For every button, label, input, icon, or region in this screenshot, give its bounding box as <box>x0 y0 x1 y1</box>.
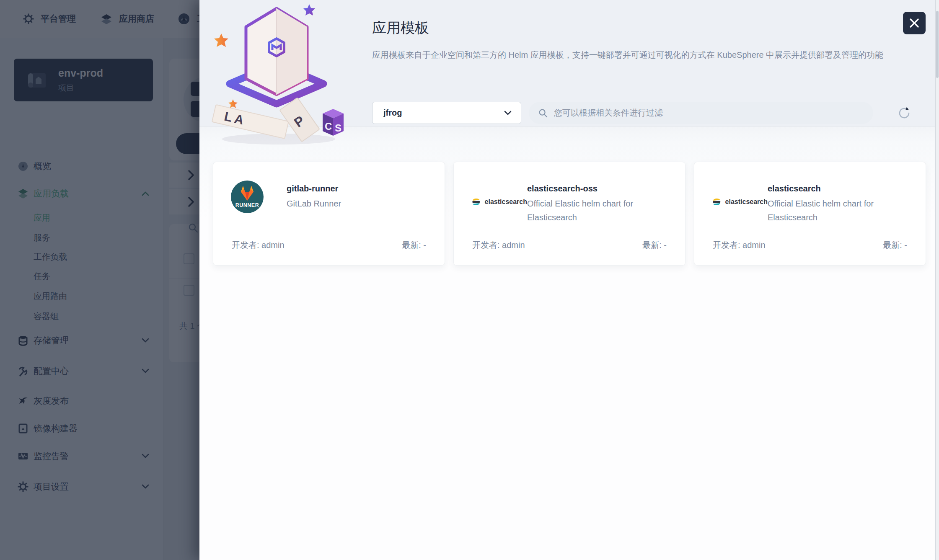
template-developer: 开发者: admin <box>472 240 525 251</box>
app-templates-modal: L A P C S 应用模板 应用模板来自于企业空间和第三方的 Helm 应用模… <box>199 0 939 560</box>
template-developer: 开发者: admin <box>713 240 766 251</box>
repo-select-value: jfrog <box>383 108 402 118</box>
template-description: Official Elastic helm chart for Elastics… <box>527 197 667 225</box>
refresh-icon <box>896 105 912 121</box>
gitlab-runner-logo: RUNNER <box>231 181 264 213</box>
gitlab-runner-logo-text: RUNNER <box>235 202 259 208</box>
template-cards: RUNNER gitlab-runner GitLab Runner 开发者: … <box>213 162 926 266</box>
chevron-down-icon <box>504 111 512 116</box>
cs-cube: C S <box>323 109 344 136</box>
template-card-gitlab-runner[interactable]: RUNNER gitlab-runner GitLab Runner 开发者: … <box>213 162 445 266</box>
template-card-elasticsearch-oss[interactable]: elasticsearch elasticsearch-oss Official… <box>453 162 685 266</box>
elasticsearch-logo-text: elasticsearch <box>725 198 768 206</box>
template-description: GitLab Runner <box>287 197 341 211</box>
close-icon <box>909 18 920 28</box>
refresh-button[interactable] <box>893 103 915 124</box>
template-search <box>529 102 873 124</box>
elasticsearch-logo <box>712 196 722 207</box>
template-latest: 最新: - <box>883 240 907 251</box>
search-input[interactable] <box>553 108 863 118</box>
template-developer: 开发者: admin <box>232 240 285 251</box>
repo-select[interactable]: jfrog <box>372 102 521 124</box>
elasticsearch-logo <box>471 196 481 207</box>
template-description: Official Elastic helm chart for Elastics… <box>768 197 908 225</box>
template-name: elasticsearch <box>768 184 908 194</box>
svg-text:C: C <box>325 121 332 132</box>
close-button[interactable] <box>903 12 926 34</box>
elasticsearch-logo-text: elasticsearch <box>485 198 527 206</box>
scrollbar-thumb[interactable] <box>936 11 939 78</box>
scrollbar[interactable] <box>935 0 939 560</box>
kubesphere-illustration: L A P C S <box>210 1 350 147</box>
template-name: elasticsearch-oss <box>527 184 667 194</box>
template-latest: 最新: - <box>402 240 426 251</box>
search-icon <box>538 108 548 118</box>
modal-description: 应用模板来自于企业空间和第三方的 Helm 应用模板，支持一键部署并可通过可视化… <box>372 49 892 61</box>
template-card-elasticsearch[interactable]: elasticsearch elasticsearch Official Ela… <box>694 162 926 266</box>
template-name: gitlab-runner <box>287 184 341 194</box>
svg-text:S: S <box>335 122 341 134</box>
modal-title: 应用模板 <box>372 18 429 38</box>
template-latest: 最新: - <box>642 240 667 251</box>
screen: 平台管理 应用商店 工作台 <box>0 0 939 560</box>
